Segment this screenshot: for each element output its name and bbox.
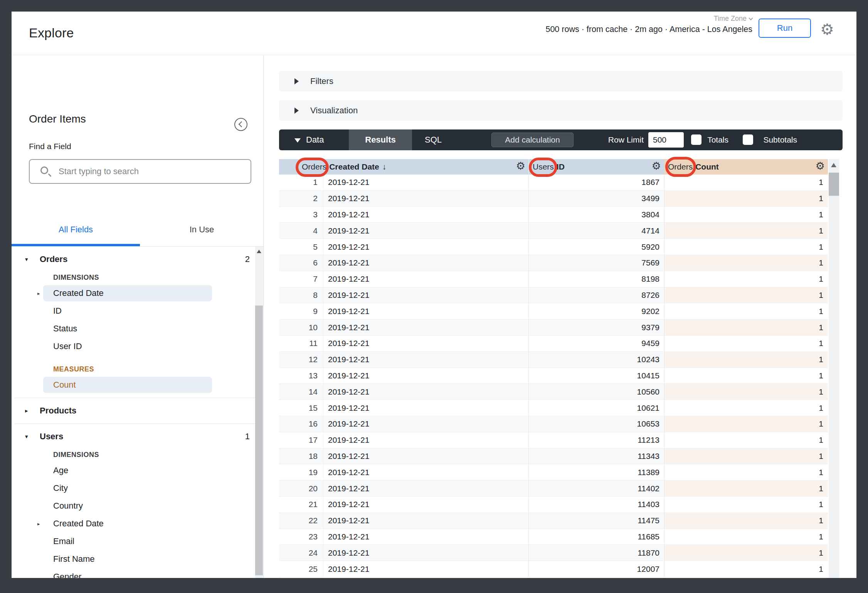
cell-user-id[interactable]: 11213 — [528, 432, 664, 448]
cell-count[interactable]: 1 — [664, 255, 828, 271]
cell-created-date[interactable]: 2019-12-21 — [323, 255, 528, 271]
add-calculation-button[interactable]: Add calculation — [491, 133, 574, 147]
cell-count[interactable]: 1 — [664, 271, 828, 287]
row-limit-input[interactable] — [648, 132, 684, 148]
cell-created-date[interactable]: 2019-12-21 — [323, 416, 528, 432]
caret-right-icon[interactable]: ▸ — [25, 407, 28, 414]
scroll-up-icon[interactable] — [257, 250, 261, 253]
cell-created-date[interactable]: 2019-12-21 — [323, 480, 528, 496]
gear-icon[interactable]: ⚙ — [816, 161, 825, 171]
cell-user-id[interactable]: 10243 — [528, 352, 664, 368]
field-item-country[interactable]: Country — [12, 497, 264, 515]
field-item-status[interactable]: Status — [12, 320, 264, 338]
cell-count[interactable]: 1 — [664, 432, 828, 448]
cell-user-id[interactable]: 3499 — [528, 191, 664, 207]
cell-created-date[interactable]: 2019-12-21 — [323, 449, 528, 464]
cell-count[interactable]: 1 — [664, 400, 828, 416]
cell-created-date[interactable]: 2019-12-21 — [323, 368, 528, 384]
field-item-created-date[interactable]: ▸Created Date — [12, 284, 264, 302]
cell-user-id[interactable]: 11403 — [528, 497, 664, 512]
cell-user-id[interactable]: 7569 — [528, 255, 664, 271]
cell-count[interactable]: 1 — [664, 287, 828, 303]
field-item-gender[interactable]: Gender — [12, 568, 264, 578]
cell-user-id[interactable]: 8198 — [528, 271, 664, 287]
cell-user-id[interactable]: 5920 — [528, 239, 664, 255]
cell-created-date[interactable]: 2019-12-21 — [323, 464, 528, 480]
cell-created-date[interactable]: 2019-12-21 — [323, 239, 528, 255]
cell-created-date[interactable]: 2019-12-21 — [323, 223, 528, 239]
gear-icon[interactable]: ⚙ — [516, 161, 525, 171]
table-scrollbar[interactable] — [829, 159, 839, 578]
cell-created-date[interactable]: 2019-12-21 — [323, 432, 528, 448]
scroll-up-icon[interactable] — [831, 163, 836, 167]
field-item-user-id[interactable]: User ID — [12, 338, 264, 355]
cell-count[interactable]: 1 — [664, 303, 828, 319]
tab-all-fields[interactable]: All Fields — [12, 213, 140, 246]
cell-created-date[interactable]: 2019-12-21 — [323, 497, 528, 512]
cell-created-date[interactable]: 2019-12-21 — [323, 207, 528, 223]
run-button[interactable]: Run — [759, 18, 811, 38]
cell-count[interactable]: 1 — [664, 513, 828, 529]
tab-sql[interactable]: SQL — [412, 129, 454, 150]
cell-user-id[interactable]: 8726 — [528, 287, 664, 303]
sidebar-group-users[interactable]: ▾Users1 — [12, 428, 264, 445]
cell-created-date[interactable]: 2019-12-21 — [323, 303, 528, 319]
cell-count[interactable]: 1 — [664, 384, 828, 400]
cell-count[interactable]: 1 — [664, 223, 828, 239]
caret-down-icon[interactable]: ▾ — [25, 256, 28, 263]
cell-created-date[interactable]: 2019-12-21 — [323, 545, 528, 561]
gear-icon[interactable]: ⚙ — [652, 161, 661, 171]
cell-count[interactable]: 1 — [664, 175, 828, 190]
cell-user-id[interactable]: 3804 — [528, 207, 664, 223]
caret-down-icon[interactable]: ▾ — [25, 433, 28, 440]
search-input[interactable] — [59, 161, 244, 181]
field-item-email[interactable]: Email — [12, 533, 264, 550]
field-item-city[interactable]: City — [12, 479, 264, 497]
cell-user-id[interactable]: 11685 — [528, 529, 664, 545]
cell-count[interactable]: 1 — [664, 336, 828, 351]
cell-count[interactable]: 1 — [664, 464, 828, 480]
caret-right-icon[interactable]: ▸ — [37, 291, 40, 296]
collapse-sidebar-icon[interactable] — [234, 118, 247, 131]
cell-count[interactable]: 1 — [664, 545, 828, 561]
cell-user-id[interactable]: 12007 — [528, 561, 664, 577]
timezone-selector[interactable]: Time Zone — [714, 15, 752, 23]
column-header-orders-count[interactable]: Orders Count ⚙ — [664, 159, 828, 175]
cell-created-date[interactable]: 2019-12-21 — [323, 319, 528, 335]
cell-user-id[interactable]: 9459 — [528, 336, 664, 351]
cell-count[interactable]: 1 — [664, 191, 828, 207]
totals-checkbox[interactable] — [691, 134, 701, 145]
cell-user-id[interactable]: 4714 — [528, 223, 664, 239]
cell-count[interactable]: 1 — [664, 352, 828, 368]
sidebar-group-orders[interactable]: ▾Orders2 — [12, 250, 264, 268]
cell-count[interactable]: 1 — [664, 480, 828, 496]
cell-count[interactable]: 1 — [664, 239, 828, 255]
cell-user-id[interactable]: 9379 — [528, 319, 664, 335]
field-item-id[interactable]: ID — [12, 302, 264, 320]
chevron-down-icon[interactable] — [294, 138, 301, 143]
cell-count[interactable]: 1 — [664, 529, 828, 545]
cell-user-id[interactable]: 11870 — [528, 545, 664, 561]
cell-user-id[interactable]: 11389 — [528, 464, 664, 480]
cell-count[interactable]: 1 — [664, 497, 828, 512]
cell-count[interactable]: 1 — [664, 207, 828, 223]
subtotals-checkbox[interactable] — [743, 134, 753, 145]
cell-created-date[interactable]: 2019-12-21 — [323, 352, 528, 368]
column-header-users-id[interactable]: Users ID ⚙ — [528, 159, 664, 175]
cell-user-id[interactable]: 10415 — [528, 368, 664, 384]
sidebar-scrollbar-thumb[interactable] — [255, 306, 263, 575]
field-item-first-name[interactable]: First Name — [12, 550, 264, 568]
cell-created-date[interactable]: 2019-12-21 — [323, 513, 528, 529]
column-header-orders-created-date[interactable]: Orders Created Date ↓ ⚙ — [279, 159, 528, 175]
cell-user-id[interactable]: 10621 — [528, 400, 664, 416]
cell-count[interactable]: 1 — [664, 561, 828, 577]
cell-count[interactable]: 1 — [664, 416, 828, 432]
sidebar-group-products[interactable]: ▸Products — [12, 402, 264, 420]
cell-user-id[interactable]: 10560 — [528, 384, 664, 400]
cell-count[interactable]: 1 — [664, 368, 828, 384]
cell-created-date[interactable]: 2019-12-21 — [323, 191, 528, 207]
cell-user-id[interactable]: 11402 — [528, 480, 664, 496]
field-item-count[interactable]: Count — [12, 376, 264, 394]
cell-created-date[interactable]: 2019-12-21 — [323, 175, 528, 190]
data-label[interactable]: Data — [306, 135, 324, 145]
